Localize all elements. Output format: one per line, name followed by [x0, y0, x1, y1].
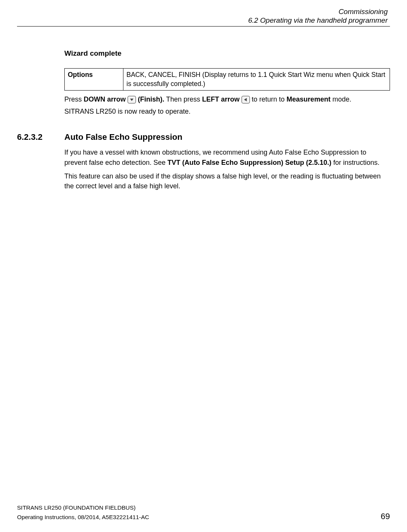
text-down-arrow: DOWN arrow [84, 95, 128, 103]
options-table: Options BACK, CANCEL, FINISH (Display re… [64, 68, 390, 91]
options-label-cell: Options [65, 69, 123, 91]
left-arrow-key-icon [242, 96, 250, 103]
svg-marker-1 [244, 98, 246, 101]
section-number: 6.2.3.2 [17, 132, 64, 142]
footer-product: SITRANS LR250 (FOUNDATION FIELDBUS) [17, 504, 390, 512]
p1-part-c: for instructions. [331, 159, 379, 166]
footer-docinfo: Operating Instructions, 08/2014, A5E3222… [17, 514, 149, 521]
section-para-2: This feature can also be used if the dis… [64, 171, 390, 191]
text-finish: (Finish). [136, 95, 164, 103]
svg-marker-0 [130, 99, 134, 101]
header-chapter: Commissioning [17, 8, 388, 16]
text-mode: mode. [331, 95, 351, 103]
page-number: 69 [381, 512, 390, 521]
options-value-cell: BACK, CANCEL, FINISH (Display returns to… [123, 69, 390, 91]
text-then: Then press [164, 95, 202, 103]
section-para-1: If you have a vessel with known obstruct… [64, 147, 390, 167]
down-arrow-key-icon [128, 96, 136, 103]
wizard-complete-heading: Wizard complete [64, 49, 390, 58]
text-measurement: Measurement [287, 95, 331, 103]
table-row: Options BACK, CANCEL, FINISH (Display re… [65, 69, 390, 91]
page-footer: SITRANS LR250 (FOUNDATION FIELDBUS) Oper… [17, 504, 390, 521]
content-area: Wizard complete Options BACK, CANCEL, FI… [17, 49, 390, 191]
p1-part-b: TVT (Auto False Echo Suppression) Setup … [167, 159, 331, 166]
section-title: Auto False Echo Suppression [64, 132, 182, 142]
section-heading-row: 6.2.3.2 Auto False Echo Suppression [17, 132, 390, 142]
text-press: Press [64, 95, 84, 103]
text-return: to return to [250, 95, 287, 103]
header-rule [17, 26, 390, 27]
ready-text: SITRANS LR250 is now ready to operate. [64, 106, 390, 116]
header-section: 6.2 Operating via the handheld programme… [17, 16, 388, 25]
page-header: Commissioning 6.2 Operating via the hand… [17, 8, 390, 25]
press-instruction: Press DOWN arrow (Finish). Then press LE… [64, 94, 390, 104]
text-left-arrow: LEFT arrow [202, 95, 242, 103]
